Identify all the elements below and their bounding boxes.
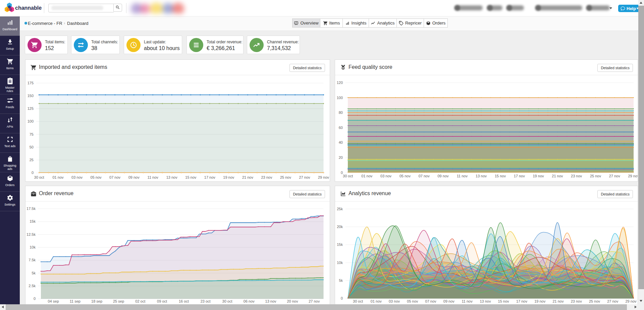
svg-text:19 nov: 19 nov [223,175,234,179]
svg-text:01 nov: 01 nov [52,175,64,179]
svg-text:0: 0 [34,297,36,301]
svg-text:03 nov: 03 nov [389,299,400,303]
svg-text:100: 100 [28,119,34,123]
svg-text:15 nov: 15 nov [498,299,509,303]
svg-text:02 oct: 02 oct [135,299,145,303]
svg-text:40: 40 [339,140,343,144]
svg-text:13 nov: 13 nov [166,175,178,179]
svg-text:27 nov: 27 nov [607,299,619,303]
svg-text:150: 150 [28,94,34,98]
svg-text:29 nov: 29 nov [628,174,638,178]
svg-text:27 nov: 27 nov [609,174,621,178]
svg-text:23 nov: 23 nov [261,175,272,179]
svg-text:09 nov: 09 nov [128,175,140,179]
svg-text:07 nov: 07 nov [419,174,430,178]
svg-text:06 nov: 06 nov [244,299,255,303]
svg-text:17.5k: 17.5k [26,207,36,211]
svg-text:11 sep: 11 sep [70,299,80,303]
svg-text:30 oct: 30 oct [34,175,44,179]
svg-text:25 nov: 25 nov [589,299,600,303]
svg-text:19 nov: 19 nov [534,299,546,303]
svg-text:21 nov: 21 nov [242,175,254,179]
svg-text:30 oct: 30 oct [343,174,353,178]
svg-text:01 nov: 01 nov [361,174,373,178]
svg-text:7.5k: 7.5k [29,258,36,262]
svg-text:17 nov: 17 nov [514,174,525,178]
svg-text:07 nov: 07 nov [109,175,121,179]
svg-text:03 nov: 03 nov [71,175,83,179]
svg-text:29 nov: 29 nov [318,175,329,179]
svg-text:05 nov: 05 nov [399,174,411,178]
svg-text:13 nov: 13 nov [476,174,487,178]
svg-text:27 nov: 27 nov [299,175,310,179]
svg-text:15 nov: 15 nov [495,174,506,178]
svg-text:20 nov: 20 nov [287,299,298,303]
svg-text:17 nov: 17 nov [204,175,216,179]
svg-text:75: 75 [30,132,34,136]
svg-text:60: 60 [339,126,343,130]
svg-text:05 nov: 05 nov [91,175,102,179]
svg-text:5k: 5k [339,278,343,282]
svg-text:125: 125 [28,106,34,110]
svg-text:07 nov: 07 nov [425,299,437,303]
svg-text:20: 20 [339,156,343,160]
svg-text:27 nov: 27 nov [309,299,320,303]
svg-text:09 nov: 09 nov [437,174,449,178]
svg-text:0: 0 [32,171,34,175]
svg-text:30 oct: 30 oct [222,299,232,303]
svg-text:09 oct: 09 oct [157,299,167,303]
svg-text:23 nov: 23 nov [571,174,582,178]
svg-text:25 sep: 25 sep [113,299,124,303]
svg-text:25 nov: 25 nov [280,175,291,179]
svg-text:80: 80 [339,110,343,115]
svg-text:15k: 15k [337,242,343,247]
svg-text:25: 25 [30,158,34,162]
svg-text:23 oct: 23 oct [201,299,211,303]
svg-text:11 nov: 11 nov [148,175,159,179]
svg-text:21 nov: 21 nov [552,299,564,303]
svg-text:175: 175 [28,81,34,85]
svg-text:100: 100 [337,96,343,100]
svg-text:01 nov: 01 nov [371,299,382,303]
svg-text:20k: 20k [337,225,343,229]
svg-text:13 nov: 13 nov [265,299,277,303]
svg-text:2.5k: 2.5k [29,284,36,288]
svg-text:04 sep: 04 sep [48,299,59,303]
svg-text:15k: 15k [30,219,36,223]
svg-text:5k: 5k [32,271,36,275]
svg-text:15 nov: 15 nov [185,175,197,179]
svg-text:11 nov: 11 nov [462,299,473,303]
svg-text:25k: 25k [337,207,343,211]
svg-text:0: 0 [341,296,343,300]
svg-text:25 nov: 25 nov [590,174,601,178]
svg-text:23 nov: 23 nov [571,299,582,303]
svg-text:21 nov: 21 nov [552,174,563,178]
svg-text:19 nov: 19 nov [533,174,544,178]
svg-text:11 nov: 11 nov [457,174,468,178]
svg-text:17 nov: 17 nov [516,299,528,303]
svg-text:50: 50 [30,145,34,149]
svg-text:12.5k: 12.5k [26,232,36,236]
svg-text:120: 120 [337,81,343,85]
svg-text:10k: 10k [30,245,36,249]
svg-text:16 oct: 16 oct [179,299,189,303]
svg-text:13 nov: 13 nov [480,299,491,303]
svg-text:29 nov: 29 nov [625,299,637,303]
svg-text:09 nov: 09 nov [443,299,455,303]
svg-text:03 nov: 03 nov [380,174,392,178]
svg-text:18 sep: 18 sep [91,299,102,303]
svg-text:10k: 10k [337,261,343,265]
svg-text:30 oct: 30 oct [353,299,363,303]
svg-text:05 nov: 05 nov [407,299,418,303]
